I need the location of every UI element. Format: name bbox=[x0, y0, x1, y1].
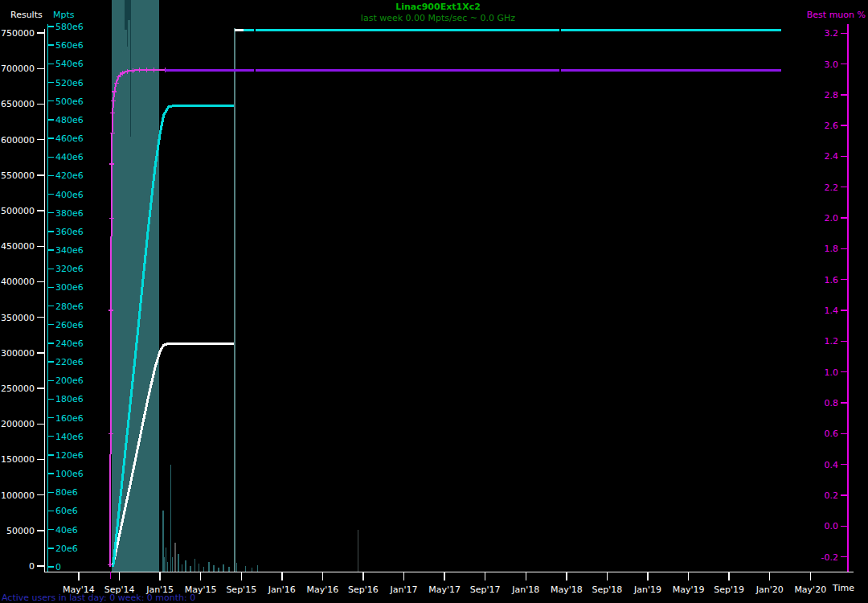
svg-text:520e6: 520e6 bbox=[55, 78, 84, 88]
svg-text:150000: 150000 bbox=[1, 454, 35, 465]
svg-text:360e6: 360e6 bbox=[55, 227, 84, 237]
svg-text:Sep'16: Sep'16 bbox=[348, 585, 379, 595]
svg-text:200e6: 200e6 bbox=[55, 375, 84, 386]
svg-text:2.6: 2.6 bbox=[825, 121, 839, 131]
svg-text:Jan'16: Jan'16 bbox=[268, 585, 296, 595]
svg-text:120e6: 120e6 bbox=[55, 450, 84, 461]
svg-text:60e6: 60e6 bbox=[55, 506, 78, 516]
svg-text:420e6: 420e6 bbox=[55, 170, 84, 181]
svg-text:Jan'19: Jan'19 bbox=[633, 585, 661, 595]
svg-text:80e6: 80e6 bbox=[55, 487, 78, 498]
svg-text:3.0: 3.0 bbox=[825, 59, 839, 70]
svg-text:300000: 300000 bbox=[1, 348, 35, 359]
svg-text:May'16: May'16 bbox=[307, 585, 339, 595]
svg-text:Sep'18: Sep'18 bbox=[592, 585, 623, 595]
svg-text:0: 0 bbox=[29, 561, 35, 572]
svg-text:0.6: 0.6 bbox=[825, 429, 839, 439]
svg-text:20e6: 20e6 bbox=[55, 544, 78, 554]
chart-canvas: 0500001000001500002000002500003000003500… bbox=[0, 0, 868, 603]
svg-text:Sep'15: Sep'15 bbox=[226, 585, 256, 595]
svg-text:700000: 700000 bbox=[1, 64, 35, 74]
svg-text:280e6: 280e6 bbox=[55, 302, 84, 312]
svg-text:May'18: May'18 bbox=[551, 585, 583, 595]
svg-text:450000: 450000 bbox=[1, 241, 35, 252]
svg-text:540e6: 540e6 bbox=[55, 59, 84, 69]
svg-text:340e6: 340e6 bbox=[55, 245, 84, 256]
svg-text:2.4: 2.4 bbox=[825, 151, 839, 162]
svg-text:1.8: 1.8 bbox=[825, 244, 839, 254]
svg-text:240e6: 240e6 bbox=[55, 338, 84, 349]
svg-text:580e6: 580e6 bbox=[55, 22, 84, 32]
svg-text:2.2: 2.2 bbox=[825, 183, 839, 193]
svg-text:650000: 650000 bbox=[1, 99, 35, 109]
svg-text:300e6: 300e6 bbox=[55, 282, 84, 293]
results-plot-window: Results Mpts Linac900Ext1Xc2 last week 0… bbox=[0, 0, 868, 603]
svg-text:550000: 550000 bbox=[1, 170, 35, 181]
svg-text:600000: 600000 bbox=[1, 135, 35, 146]
svg-text:380e6: 380e6 bbox=[55, 208, 84, 219]
svg-text:320e6: 320e6 bbox=[55, 264, 84, 274]
x-axis-title: Time bbox=[833, 583, 854, 593]
svg-text:0.2: 0.2 bbox=[825, 490, 839, 501]
svg-text:50000: 50000 bbox=[6, 526, 35, 536]
svg-text:160e6: 160e6 bbox=[55, 413, 84, 424]
svg-text:1.4: 1.4 bbox=[825, 306, 839, 316]
active-users-text: Active users in last day: 0 week: 0 mont… bbox=[2, 593, 195, 603]
svg-text:-0.2: -0.2 bbox=[821, 552, 838, 563]
svg-text:40e6: 40e6 bbox=[55, 525, 78, 535]
svg-text:2.0: 2.0 bbox=[825, 213, 839, 224]
svg-text:200000: 200000 bbox=[1, 419, 35, 429]
svg-text:Sep'19: Sep'19 bbox=[714, 585, 744, 595]
svg-text:0.8: 0.8 bbox=[825, 398, 839, 408]
svg-text:0.0: 0.0 bbox=[825, 521, 839, 531]
svg-text:Jan'20: Jan'20 bbox=[755, 585, 784, 595]
svg-text:1.0: 1.0 bbox=[825, 367, 839, 378]
svg-text:560e6: 560e6 bbox=[55, 40, 84, 51]
event-line bbox=[234, 28, 235, 572]
svg-text:Sep'17: Sep'17 bbox=[470, 585, 501, 595]
svg-text:440e6: 440e6 bbox=[55, 152, 84, 162]
svg-text:Jan'18: Jan'18 bbox=[511, 585, 539, 595]
svg-text:180e6: 180e6 bbox=[55, 394, 84, 404]
svg-text:Jan'17: Jan'17 bbox=[390, 585, 418, 595]
svg-text:400e6: 400e6 bbox=[55, 190, 84, 200]
data-series bbox=[108, 30, 781, 567]
svg-text:500000: 500000 bbox=[1, 206, 35, 216]
svg-text:1.2: 1.2 bbox=[825, 336, 839, 347]
svg-text:May'20: May'20 bbox=[794, 585, 826, 595]
svg-text:500e6: 500e6 bbox=[55, 96, 84, 107]
svg-text:460e6: 460e6 bbox=[55, 133, 84, 144]
svg-text:100000: 100000 bbox=[1, 490, 35, 501]
highlight-band bbox=[112, 0, 159, 572]
noise-spikes bbox=[162, 465, 358, 572]
svg-text:250000: 250000 bbox=[1, 384, 35, 394]
svg-text:260e6: 260e6 bbox=[55, 320, 84, 330]
svg-text:2.8: 2.8 bbox=[825, 90, 839, 100]
svg-text:3.2: 3.2 bbox=[825, 28, 839, 39]
svg-text:400000: 400000 bbox=[1, 277, 35, 287]
svg-text:1.6: 1.6 bbox=[825, 275, 839, 285]
svg-text:480e6: 480e6 bbox=[55, 115, 84, 125]
series-notches bbox=[254, 27, 560, 72]
svg-text:350000: 350000 bbox=[1, 313, 35, 323]
svg-text:750000: 750000 bbox=[1, 28, 35, 39]
svg-text:100e6: 100e6 bbox=[55, 469, 84, 479]
svg-text:0.4: 0.4 bbox=[825, 460, 839, 470]
svg-text:0: 0 bbox=[55, 562, 61, 572]
svg-text:May'17: May'17 bbox=[428, 585, 461, 595]
svg-text:220e6: 220e6 bbox=[55, 357, 84, 367]
svg-text:May'19: May'19 bbox=[673, 585, 705, 595]
svg-text:140e6: 140e6 bbox=[55, 432, 84, 442]
